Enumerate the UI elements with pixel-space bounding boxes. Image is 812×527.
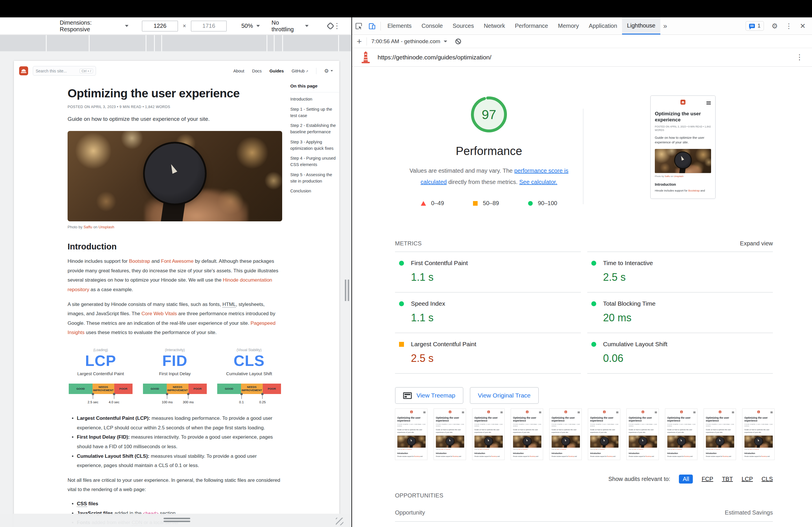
nav-github[interactable]: GitHub↗ bbox=[292, 69, 308, 73]
nav-about[interactable]: About bbox=[233, 69, 244, 73]
inline-link[interactable]: Unsplash bbox=[407, 449, 412, 450]
inline-link[interactable]: See calculator. bbox=[519, 179, 557, 185]
inline-link[interactable]: Saffu bbox=[634, 449, 636, 450]
inline-link[interactable]: Saffu bbox=[665, 175, 670, 178]
viewport-resize-grip[interactable] bbox=[336, 518, 343, 525]
close-icon[interactable]: ✕ bbox=[800, 22, 806, 30]
view-treemap-button[interactable]: View Treemap bbox=[395, 387, 463, 404]
inline-link[interactable]: Bootstrap bbox=[646, 456, 651, 457]
tab-performance[interactable]: Performance bbox=[510, 17, 553, 34]
inline-link[interactable]: Saffu bbox=[84, 225, 92, 229]
inline-link[interactable]: Unsplash bbox=[523, 449, 527, 450]
inline-link[interactable]: Unsplash bbox=[754, 449, 759, 450]
inline-link[interactable]: Bootstrap bbox=[491, 456, 497, 457]
media-query-segment[interactable] bbox=[283, 35, 338, 51]
dimensions-dropdown[interactable]: Dimensions: Responsive bbox=[60, 19, 129, 33]
media-query-segment[interactable] bbox=[267, 35, 274, 51]
tab-sources[interactable]: Sources bbox=[448, 17, 479, 34]
media-query-bar[interactable] bbox=[0, 35, 351, 51]
tab-application[interactable]: Application bbox=[584, 17, 622, 34]
media-query-segment[interactable] bbox=[162, 35, 266, 51]
toc-item[interactable]: Step 4 - Purging unused CSS elements bbox=[290, 155, 339, 168]
inline-link[interactable]: Unsplash bbox=[561, 449, 566, 450]
inline-link[interactable]: Bootstrap bbox=[607, 456, 613, 457]
inline-link[interactable]: Bootstrap bbox=[761, 456, 767, 457]
inspect-element-icon[interactable] bbox=[352, 17, 365, 34]
toc-item[interactable]: Step 3 - Applying optimization quick fix… bbox=[290, 139, 339, 152]
inline-link[interactable]: Saffu bbox=[711, 449, 713, 450]
theme-switcher[interactable]: ⚙ bbox=[324, 68, 333, 74]
tab-console[interactable]: Console bbox=[417, 17, 448, 34]
inline-link[interactable]: Unsplash bbox=[674, 175, 683, 178]
inline-link[interactable]: Unsplash bbox=[99, 225, 114, 229]
inline-link[interactable]: Core Web Vitals bbox=[142, 311, 177, 316]
report-more-icon[interactable]: ⋮ bbox=[796, 53, 803, 62]
tab-network[interactable]: Network bbox=[479, 17, 510, 34]
media-query-segment[interactable] bbox=[47, 35, 89, 51]
tab-lighthouse[interactable]: Lighthouse bbox=[622, 17, 660, 34]
inline-link[interactable]: Bootstrap bbox=[453, 456, 459, 457]
filter-cls[interactable]: CLS bbox=[762, 476, 773, 482]
inline-link[interactable]: Saffu bbox=[518, 449, 521, 450]
inline-link[interactable]: Unsplash bbox=[715, 449, 720, 450]
search-input[interactable]: Search this site... Ctrl + / bbox=[33, 66, 96, 76]
clear-reports-icon[interactable] bbox=[455, 39, 461, 44]
inline-link[interactable]: Unsplash bbox=[446, 449, 450, 450]
inline-link[interactable]: Saffu bbox=[556, 449, 559, 450]
pane-resize-handle[interactable] bbox=[345, 280, 349, 301]
zoom-dropdown[interactable]: 50% bbox=[241, 22, 260, 29]
filter-tbt[interactable]: TBT bbox=[722, 476, 733, 482]
inline-link[interactable]: Bootstrap bbox=[568, 456, 574, 457]
inline-link[interactable]: Unsplash bbox=[677, 449, 682, 450]
media-query-segment[interactable] bbox=[0, 35, 46, 51]
media-query-segment[interactable] bbox=[146, 35, 154, 51]
inline-link[interactable]: Unsplash bbox=[484, 449, 489, 450]
nav-docs[interactable]: Docs bbox=[252, 69, 262, 73]
more-tabs-icon[interactable]: » bbox=[660, 17, 670, 34]
filter-lcp[interactable]: LCP bbox=[741, 476, 753, 482]
filter-all[interactable]: All bbox=[679, 475, 693, 484]
toc-item[interactable]: Step 1 - Setting up the test case bbox=[290, 106, 339, 119]
performance-gauge[interactable]: 97 bbox=[470, 95, 508, 134]
inline-link[interactable]: Saffu bbox=[402, 449, 405, 450]
filter-fcp[interactable]: FCP bbox=[701, 476, 713, 482]
inline-link[interactable]: Saffu bbox=[749, 449, 752, 450]
toc-item[interactable]: Step 2 - Establishing the baseline perfo… bbox=[290, 123, 339, 135]
viewport-width-input[interactable]: 1226 bbox=[142, 20, 178, 32]
inline-link[interactable]: Saffu bbox=[441, 449, 444, 450]
toc-item[interactable]: Introduction bbox=[290, 96, 339, 103]
inline-link[interactable]: Font Awesome bbox=[161, 258, 193, 264]
inline-link[interactable]: Saffu bbox=[595, 449, 598, 450]
inline-link[interactable]: Bootstrap bbox=[688, 189, 700, 192]
inline-link[interactable]: Bootstrap bbox=[414, 456, 420, 457]
report-selector[interactable]: 7:00:56 AM - gethinode.com bbox=[372, 38, 448, 45]
toc-item[interactable]: Step 5 - Assessing the site in productio… bbox=[290, 172, 339, 184]
nav-guides[interactable]: Guides bbox=[270, 69, 284, 73]
media-query-segment[interactable] bbox=[90, 35, 146, 51]
media-query-segment[interactable] bbox=[155, 35, 161, 51]
issues-badge[interactable]: 1 bbox=[745, 21, 764, 31]
tab-memory[interactable]: Memory bbox=[553, 17, 584, 34]
inline-link[interactable]: Saffu bbox=[479, 449, 482, 450]
devtools-more-icon[interactable]: ⋮ bbox=[785, 22, 792, 30]
inline-link[interactable]: Unsplash bbox=[638, 449, 643, 450]
viewport-drag-handle[interactable] bbox=[163, 518, 190, 519]
inline-link[interactable]: Bootstrap bbox=[129, 258, 150, 264]
inline-link[interactable]: Unsplash bbox=[600, 449, 605, 450]
new-report-icon[interactable]: + bbox=[357, 38, 362, 45]
toc-item[interactable]: Conclusion bbox=[290, 188, 339, 194]
media-query-segment[interactable] bbox=[339, 35, 351, 51]
inline-link[interactable]: Saffu bbox=[672, 449, 675, 450]
view-original-trace-button[interactable]: View Original Trace bbox=[470, 387, 539, 404]
tab-elements[interactable]: Elements bbox=[382, 17, 417, 34]
expand-view-button[interactable]: Expand view bbox=[740, 240, 773, 247]
settings-gear-icon[interactable]: ⚙ bbox=[771, 22, 778, 30]
site-logo-icon[interactable] bbox=[19, 66, 28, 75]
device-toolbar-more-icon[interactable]: ⋮ bbox=[333, 21, 341, 30]
device-toolbar-toggle-icon[interactable] bbox=[365, 17, 379, 34]
throttling-dropdown[interactable]: No throttling bbox=[272, 19, 308, 33]
inline-link[interactable]: Bootstrap bbox=[530, 456, 536, 457]
media-query-segment[interactable] bbox=[275, 35, 282, 51]
inline-link[interactable]: Bootstrap bbox=[723, 456, 728, 457]
category-title[interactable]: Performance bbox=[395, 145, 583, 157]
